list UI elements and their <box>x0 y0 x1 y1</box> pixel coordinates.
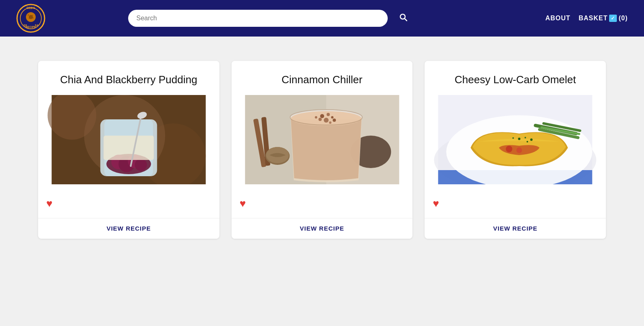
heart-container-cinnamon: ♥ <box>232 192 413 210</box>
recipe-grid: Chia And Blackberry Pudding <box>38 61 606 239</box>
recipe-image-chia <box>46 95 211 184</box>
search-bar <box>128 10 388 27</box>
card-content-chia: Chia And Blackberry Pudding <box>38 61 219 192</box>
svg-point-54 <box>527 141 528 142</box>
main-content: Chia And Blackberry Pudding <box>0 37 644 326</box>
card-footer-cinnamon: VIEW RECIPE <box>232 218 413 239</box>
svg-point-4 <box>28 14 29 16</box>
svg-point-6 <box>29 18 30 19</box>
card-footer-chia: VIEW RECIPE <box>38 218 219 239</box>
svg-point-39 <box>324 118 328 123</box>
recipe-title-omelet: Cheesy Low-Carb Omelet <box>433 73 598 87</box>
svg-point-37 <box>331 116 333 119</box>
svg-point-51 <box>525 137 526 138</box>
heart-container-chia: ♥ <box>38 192 219 210</box>
svg-point-5 <box>32 15 33 16</box>
svg-point-38 <box>318 118 322 121</box>
site-header: DEB'S RECIPE 20 24 ABOUT BASKET ✓ (0) <box>0 0 644 37</box>
heart-container-omelet: ♥ <box>425 192 606 210</box>
about-link[interactable]: ABOUT <box>545 15 571 22</box>
card-content-cinnamon: Cinnamon Chiller <box>232 61 413 192</box>
favorite-button-cinnamon[interactable]: ♥ <box>240 197 246 210</box>
favorite-button-chia[interactable]: ♥ <box>46 197 52 210</box>
svg-text:24: 24 <box>35 24 39 27</box>
card-content-omelet: Cheesy Low-Carb Omelet <box>425 61 606 192</box>
recipe-card-omelet: Cheesy Low-Carb Omelet <box>425 61 606 239</box>
recipe-title-cinnamon: Cinnamon Chiller <box>240 73 405 87</box>
nav-links: ABOUT BASKET ✓ (0) <box>545 15 628 22</box>
view-recipe-button-omelet[interactable]: VIEW RECIPE <box>493 225 537 232</box>
svg-point-41 <box>333 119 336 122</box>
view-recipe-button-chia[interactable]: VIEW RECIPE <box>107 225 151 232</box>
recipe-image-cinnamon <box>240 95 405 184</box>
basket-link[interactable]: BASKET ✓ (0) <box>579 15 628 22</box>
svg-point-40 <box>315 116 317 119</box>
svg-point-49 <box>517 147 522 153</box>
svg-point-22 <box>135 159 147 171</box>
svg-point-53 <box>513 137 514 139</box>
svg-point-7 <box>32 17 34 19</box>
basket-check-icon: ✓ <box>609 15 617 22</box>
svg-rect-23 <box>103 136 154 160</box>
svg-text:DEB'S: DEB'S <box>26 6 35 9</box>
view-recipe-button-cinnamon[interactable]: VIEW RECIPE <box>300 225 344 232</box>
recipe-card-chia: Chia And Blackberry Pudding <box>38 61 219 239</box>
search-input[interactable] <box>128 10 388 27</box>
card-footer-omelet: VIEW RECIPE <box>425 218 606 239</box>
recipe-card-cinnamon: Cinnamon Chiller <box>232 61 413 239</box>
basket-label: BASKET <box>579 15 608 22</box>
svg-point-42 <box>329 121 331 124</box>
svg-point-36 <box>326 113 330 116</box>
recipe-title-chia: Chia And Blackberry Pudding <box>46 73 211 87</box>
svg-point-52 <box>530 138 533 141</box>
svg-text:20: 20 <box>24 24 27 27</box>
svg-point-35 <box>320 114 324 118</box>
svg-point-48 <box>506 146 513 152</box>
basket-count: (0) <box>618 15 628 22</box>
svg-point-50 <box>518 138 521 140</box>
search-icon <box>398 12 408 22</box>
search-button[interactable] <box>398 12 408 24</box>
favorite-button-omelet[interactable]: ♥ <box>433 197 439 210</box>
recipe-image-omelet <box>433 95 598 184</box>
site-logo[interactable]: DEB'S RECIPE 20 24 <box>16 4 45 33</box>
